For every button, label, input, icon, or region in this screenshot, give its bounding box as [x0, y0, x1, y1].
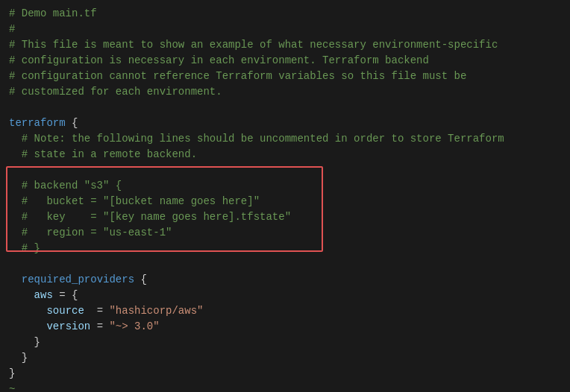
code-line-5: # configuration cannot reference Terrafo… [9, 69, 561, 84]
code-line-22: } [9, 335, 561, 350]
code-line-1: # Demo main.tf [9, 6, 561, 22]
code-line-12: # backend "s3" { [9, 178, 561, 194]
code-line-16: # } [9, 241, 561, 256]
code-editor: # Demo main.tf # # This file is meant to… [0, 0, 570, 392]
code-line-14: # key = "[key name goes here].tfstate" [9, 209, 561, 225]
code-line-2: # [9, 22, 561, 37]
code-line-13: # bucket = "[bucket name goes here]" [9, 194, 561, 209]
code-line-10: # state in a remote backend. [9, 147, 561, 162]
code-line-8: terraform { [9, 116, 561, 131]
code-line-18: required_providers { [9, 272, 561, 288]
code-line-17 [9, 256, 561, 272]
code-line-3: # This file is meant to show an example … [9, 37, 561, 53]
code-line-24: } [9, 366, 561, 382]
code-line-20: source = "hashicorp/aws" [9, 303, 561, 319]
code-line-23: } [9, 350, 561, 366]
code-line-6: # customized for each environment. [9, 84, 561, 100]
code-line-11 [9, 162, 561, 178]
code-line-15: # region = "us-east-1" [9, 225, 561, 241]
code-line-19: aws = { [9, 288, 561, 303]
code-line-4: # configuration is necessary in each env… [9, 53, 561, 69]
code-line-25: ~ [9, 382, 561, 392]
code-line-7 [9, 100, 561, 116]
code-line-21: version = "~> 3.0" [9, 319, 561, 335]
code-line-9: # Note: the following lines should be un… [9, 131, 561, 147]
